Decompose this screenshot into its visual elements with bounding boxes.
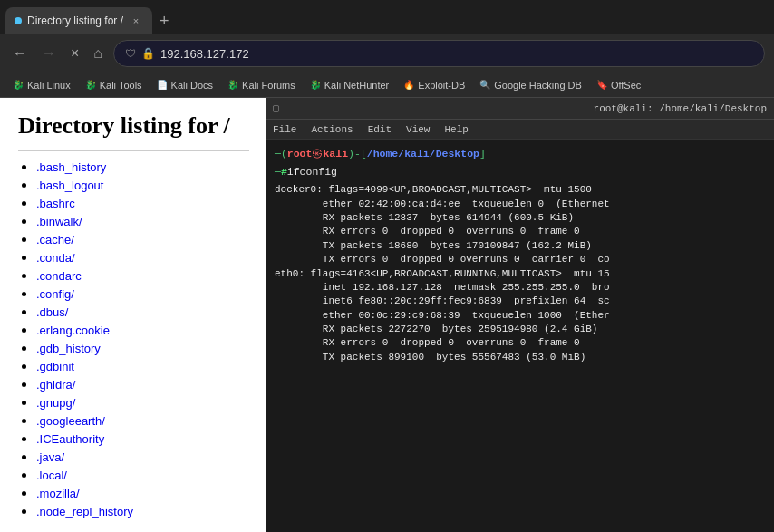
bookmark-label: Kali Linux xyxy=(27,80,71,91)
tab-title: Directory listing for / xyxy=(27,15,123,27)
prompt-close-bracket: ] xyxy=(479,147,486,161)
list-item: .ghidra/ xyxy=(36,376,249,392)
page-content: Directory listing for / .bash_history .b… xyxy=(0,98,774,532)
prompt-decoration: ─( xyxy=(275,147,287,161)
list-item: .java/ xyxy=(36,449,249,465)
bookmark-nethunter[interactable]: 🐉 Kali NetHunter xyxy=(305,78,395,92)
file-link[interactable]: .ghidra/ xyxy=(36,378,75,392)
file-link[interactable]: .conda/ xyxy=(36,251,75,265)
bookmark-kali-forums[interactable]: 🐉 Kali Forums xyxy=(222,78,301,92)
tab-bar: Directory listing for / × + xyxy=(0,0,774,34)
home-button[interactable]: ⌂ xyxy=(90,44,106,63)
terminal-menu-edit[interactable]: Edit xyxy=(368,124,392,135)
bookmark-offsec[interactable]: 🔖 OffSec xyxy=(591,78,646,92)
page-heading: Directory listing for / xyxy=(18,112,249,140)
bookmark-label: Google Hacking DB xyxy=(494,80,582,91)
file-link[interactable]: .bash_logout xyxy=(36,179,103,192)
active-tab[interactable]: Directory listing for / × xyxy=(5,7,152,34)
file-link[interactable]: .gdb_history xyxy=(36,342,101,355)
offsec-icon: 🔖 xyxy=(596,80,607,90)
list-item: .erlang.cookie xyxy=(36,322,249,338)
terminal-window-icon: ▢ xyxy=(273,102,279,115)
kali-forums-icon: 🐉 xyxy=(227,80,238,90)
terminal-window: ▢ root@kali: /home/kali/Desktop File Act… xyxy=(266,98,774,532)
back-button[interactable]: ← xyxy=(9,44,31,63)
terminal-titlebar: ▢ root@kali: /home/kali/Desktop xyxy=(266,98,774,120)
list-item: .gnupg/ xyxy=(36,394,249,411)
file-link[interactable]: .bash_history xyxy=(36,160,106,174)
stop-button[interactable]: × xyxy=(67,44,82,63)
bookmark-label: Kali Docs xyxy=(171,80,213,91)
bookmark-label: Kali Tools xyxy=(100,80,142,91)
terminal-output-eth0: eth0: flags=4163<UP,BROADCAST,RUNNING,MU… xyxy=(275,267,765,365)
list-item: .ICEauthority xyxy=(36,430,249,447)
prompt-at: ㉿ xyxy=(312,147,323,161)
list-item: .conda/ xyxy=(36,249,249,266)
terminal-body[interactable]: ─(root㉿kali)-[/home/kali/Desktop] ─# ifc… xyxy=(266,140,774,532)
file-link[interactable]: .local/ xyxy=(36,469,67,482)
prompt-command: ifconfig xyxy=(287,165,337,179)
address-text: 192.168.127.172 xyxy=(160,47,753,61)
bookmark-google-hacking[interactable]: 🔍 Google Hacking DB xyxy=(474,78,587,92)
bookmark-label: OffSec xyxy=(611,80,641,91)
list-item: .condarc xyxy=(36,267,249,284)
list-item: .bash_logout xyxy=(36,177,249,193)
terminal-output-docker0: docker0: flags=4099<UP,BROADCAST,MULTICA… xyxy=(275,183,765,266)
list-item: .gdb_history xyxy=(36,340,249,356)
file-link[interactable]: .node_repl_history xyxy=(36,505,133,518)
list-item: .cache/ xyxy=(36,231,249,247)
browser-chrome: Directory listing for / × + ← → × ⌂ 🛡 🔒 … xyxy=(0,0,774,98)
terminal-title-text: root@kali: /home/kali/Desktop xyxy=(594,103,767,114)
list-item: .googleearth/ xyxy=(36,412,249,429)
file-link[interactable]: .java/ xyxy=(36,450,64,464)
bookmark-kali-tools[interactable]: 🐉 Kali Tools xyxy=(80,78,148,92)
bookmark-label: Kali NetHunter xyxy=(324,80,390,91)
list-item: .mozilla/ xyxy=(36,485,249,501)
kali-linux-icon: 🐉 xyxy=(13,80,24,90)
file-link[interactable]: .gnupg/ xyxy=(36,396,75,410)
new-tab-button[interactable]: + xyxy=(152,7,177,34)
file-link[interactable]: .dbus/ xyxy=(36,305,68,319)
forward-button[interactable]: → xyxy=(38,44,60,63)
list-item: .gdbinit xyxy=(36,358,249,374)
directory-panel: Directory listing for / .bash_history .b… xyxy=(0,98,267,532)
google-hacking-icon: 🔍 xyxy=(479,80,490,90)
prompt-connector: ─ xyxy=(275,165,281,179)
file-list: .bash_history .bash_logout .bashrc .binw… xyxy=(18,159,249,519)
tab-close-button[interactable]: × xyxy=(129,14,143,28)
prompt-line: ─(root㉿kali)-[/home/kali/Desktop] xyxy=(275,147,765,161)
list-item: .dbus/ xyxy=(36,304,249,320)
bookmark-label: Exploit-DB xyxy=(418,80,465,91)
file-link[interactable]: .bashrc xyxy=(36,197,75,210)
file-link[interactable]: .config/ xyxy=(36,287,74,301)
file-link[interactable]: .ICEauthority xyxy=(36,432,104,446)
prompt-host: kali xyxy=(323,147,348,161)
file-link[interactable]: .cache/ xyxy=(36,233,74,247)
bookmark-kali-linux[interactable]: 🐉 Kali Linux xyxy=(7,78,76,92)
file-link[interactable]: .googleearth/ xyxy=(36,414,105,428)
list-item: .bash_history xyxy=(36,159,249,175)
terminal-menu-help[interactable]: Help xyxy=(444,124,468,135)
bookmark-exploit-db[interactable]: 🔥 Exploit-DB xyxy=(398,78,470,92)
file-link[interactable]: .mozilla/ xyxy=(36,487,80,500)
command-line: ─# ifconfig xyxy=(275,165,765,179)
file-link[interactable]: .erlang.cookie xyxy=(36,324,110,337)
terminal-menu-file[interactable]: File xyxy=(273,124,296,135)
prompt-close-paren: )-[ xyxy=(348,147,367,161)
terminal-menu-view[interactable]: View xyxy=(406,124,430,135)
shield-icon: 🛡 xyxy=(125,47,136,60)
list-item: .binwalk/ xyxy=(36,213,249,229)
terminal-menu-actions[interactable]: Actions xyxy=(311,124,353,135)
dir-divider xyxy=(18,150,249,151)
file-link[interactable]: .binwalk/ xyxy=(36,215,82,228)
bookmarks-bar: 🐉 Kali Linux 🐉 Kali Tools 📄 Kali Docs 🐉 … xyxy=(0,73,774,98)
prompt-path: /home/kali/Desktop xyxy=(367,147,479,161)
file-link[interactable]: .gdbinit xyxy=(36,360,74,373)
kali-docs-icon: 📄 xyxy=(157,80,168,90)
address-bar[interactable]: 🛡 🔒 192.168.127.172 xyxy=(113,40,765,67)
list-item: .config/ xyxy=(36,285,249,302)
kali-tools-icon: 🐉 xyxy=(85,80,96,90)
list-item: .node_repl_history xyxy=(36,503,249,519)
file-link[interactable]: .condarc xyxy=(36,269,82,283)
bookmark-kali-docs[interactable]: 📄 Kali Docs xyxy=(151,78,218,92)
